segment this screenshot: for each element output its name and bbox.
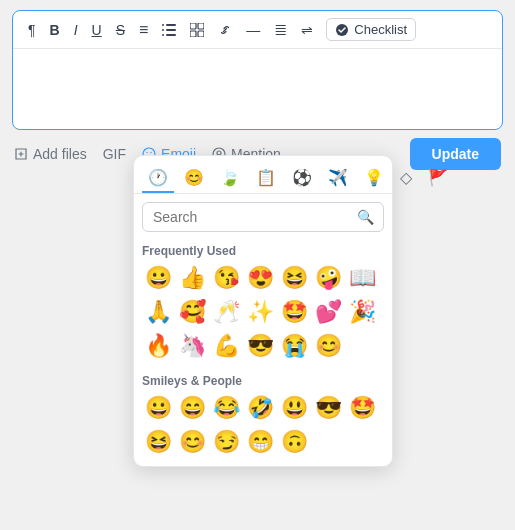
emoji-cell[interactable]: 🤣 [244, 392, 276, 424]
emoji-cell[interactable]: 😃 [278, 392, 310, 424]
svg-rect-6 [190, 23, 196, 29]
tab-activities[interactable]: ⚽ [286, 164, 318, 193]
strikethrough-btn[interactable]: S [111, 19, 130, 41]
checklist-label: Checklist [354, 22, 407, 37]
emoji-cell[interactable]: 😄 [176, 392, 208, 424]
emoji-cell[interactable]: 🙏 [142, 296, 174, 328]
toolbar: ¶ B I U S ≡ [13, 11, 502, 49]
svg-rect-8 [190, 31, 196, 37]
emoji-scroll[interactable]: 🔍 Frequently Used 😀👍😘😍😆🤪📖🙏🥰🥂✨🤩💕🎉🔥🦄💪😎😭😊 S… [134, 194, 392, 466]
emoji-cell[interactable]: 😁 [244, 426, 276, 458]
gif-label: GIF [103, 146, 126, 162]
editor-body[interactable] [13, 49, 502, 129]
emoji-cell[interactable]: 😏 [210, 426, 242, 458]
unordered-list-btn[interactable] [157, 20, 181, 40]
emoji-cell[interactable]: 😊 [176, 426, 208, 458]
tab-smiley[interactable]: 😊 [178, 164, 210, 193]
link-btn[interactable] [213, 20, 237, 40]
add-files-btn[interactable]: Add files [14, 146, 87, 162]
tab-shapes[interactable]: ◇ [394, 164, 418, 193]
emoji-cell[interactable]: 🎉 [346, 296, 378, 328]
svg-rect-7 [198, 23, 204, 29]
emoji-cell[interactable]: 🥂 [210, 296, 242, 328]
emoji-cell[interactable]: 📖 [346, 262, 378, 294]
gif-btn[interactable]: GIF [103, 146, 126, 162]
emoji-cell[interactable]: 😊 [312, 330, 344, 362]
tab-symbols[interactable]: 💡 [358, 164, 390, 193]
svg-rect-9 [198, 31, 204, 37]
tab-travel[interactable]: ✈️ [322, 164, 354, 193]
emoji-cell[interactable]: 😀 [142, 262, 174, 294]
ordered-list-btn[interactable]: ≡ [134, 18, 153, 42]
emoji-cell[interactable]: 🥰 [176, 296, 208, 328]
emoji-cell[interactable]: 😆 [278, 262, 310, 294]
emoji-cell[interactable]: 😂 [210, 392, 242, 424]
checklist-btn[interactable]: Checklist [326, 18, 416, 41]
emoji-cell[interactable]: 👍 [176, 262, 208, 294]
svg-point-13 [150, 152, 151, 153]
emoji-cell[interactable]: 😎 [312, 392, 344, 424]
add-files-label: Add files [33, 146, 87, 162]
frequently-used-grid: 😀👍😘😍😆🤪📖🙏🥰🥂✨🤩💕🎉🔥🦄💪😎😭😊 [142, 262, 384, 362]
svg-rect-2 [162, 29, 164, 31]
tab-flags[interactable]: 🚩 [422, 164, 454, 193]
search-icon: 🔍 [357, 209, 374, 225]
table-btn[interactable] [185, 20, 209, 40]
indent-btn[interactable]: ⇌ [296, 19, 318, 41]
italic-btn[interactable]: I [69, 19, 83, 41]
smileys-section: Smileys & People 😀😄😂🤣😃😎🤩😆😊😏😁🙃 [134, 370, 392, 466]
tab-objects[interactable]: 📋 [250, 164, 282, 193]
paragraph-btn[interactable]: ¶ [23, 19, 41, 41]
tab-nature[interactable]: 🍃 [214, 164, 246, 193]
emoji-cell[interactable]: 😍 [244, 262, 276, 294]
svg-rect-0 [162, 24, 164, 26]
emoji-cell[interactable]: 😀 [142, 392, 174, 424]
emoji-cell[interactable]: 😎 [244, 330, 276, 362]
hr-btn[interactable]: — [241, 19, 265, 41]
svg-rect-5 [166, 34, 176, 36]
emoji-cell[interactable]: 🤩 [346, 392, 378, 424]
smileys-grid: 😀😄😂🤣😃😎🤩😆😊😏😁🙃 [142, 392, 384, 458]
emoji-cell[interactable]: 🤪 [312, 262, 344, 294]
emoji-cell[interactable]: 😘 [210, 262, 242, 294]
svg-rect-1 [166, 24, 176, 26]
emoji-search-wrapper: 🔍 [142, 202, 384, 232]
frequently-used-title: Frequently Used [142, 240, 384, 258]
emoji-search-container: 🔍 [134, 194, 392, 240]
frequently-used-section: Frequently Used 😀👍😘😍😆🤪📖🙏🥰🥂✨🤩💕🎉🔥🦄💪😎😭😊 [134, 240, 392, 370]
emoji-cell[interactable]: 😆 [142, 426, 174, 458]
emoji-cell[interactable]: 🔥 [142, 330, 174, 362]
emoji-cell[interactable]: 💕 [312, 296, 344, 328]
emoji-cell[interactable]: 😭 [278, 330, 310, 362]
smileys-title: Smileys & People [142, 370, 384, 388]
svg-point-12 [146, 152, 147, 153]
editor-container: ¶ B I U S ≡ [12, 10, 503, 130]
bold-btn[interactable]: B [45, 19, 65, 41]
svg-rect-4 [162, 34, 164, 36]
emoji-cell[interactable]: 💪 [210, 330, 242, 362]
emoji-cell[interactable]: ✨ [244, 296, 276, 328]
emoji-panel: 🕐 😊 🍃 📋 ⚽ ✈️ 💡 ◇ 🚩 🔍 Frequently Used 😀👍😘… [133, 155, 393, 467]
align-btn[interactable]: ≣ [269, 17, 292, 42]
tab-recent[interactable]: 🕐 [142, 164, 174, 193]
emoji-cell[interactable]: 🦄 [176, 330, 208, 362]
emoji-cell[interactable]: 🙃 [278, 426, 310, 458]
emoji-tabs: 🕐 😊 🍃 📋 ⚽ ✈️ 💡 ◇ 🚩 [134, 156, 392, 194]
emoji-cell[interactable]: 🤩 [278, 296, 310, 328]
svg-rect-3 [166, 29, 176, 31]
emoji-search-input[interactable] [142, 202, 384, 232]
underline-btn[interactable]: U [87, 19, 107, 41]
